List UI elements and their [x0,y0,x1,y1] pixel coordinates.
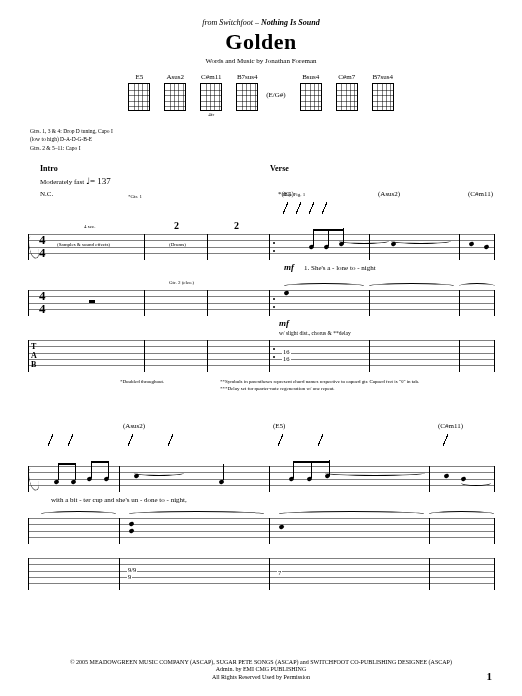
tab-staff: 9/9 9 7 [28,558,494,590]
barline [494,234,495,260]
beam [313,229,344,231]
tab-label-icon: TAB [31,342,36,369]
copyright-line-1: © 2005 MEADOWGREEN MUSIC COMPANY (ASCAP)… [0,659,522,667]
note [288,476,294,481]
chord-e5: E5 [128,73,150,117]
tuning-line-2: (low to high) D-A-D-G-B-E [30,135,522,143]
barline [119,558,120,590]
sheet-header: from Switchfoot – Nothing Is Sound Golde… [0,0,522,65]
footnotes: *Doubled throughout. **Symbols in parent… [120,378,522,392]
footnote-c: ***Delay set for quarter-note regenerati… [220,385,522,392]
footnote-b: **Symbols in parentheses represent chord… [220,378,522,385]
barline [494,558,495,590]
cue-drums: (Drums) [169,242,186,247]
tie [279,511,424,517]
rhythm-slash [168,434,173,446]
stem [58,464,59,480]
note [70,479,76,484]
note [323,244,329,249]
barline [269,466,270,492]
barline [207,290,208,316]
section-labels: Intro Verse [40,164,522,173]
fretboard-icon [372,83,394,111]
rhythm-slash [48,434,53,446]
chord-cm11-marker: (C#m11) [468,190,493,198]
tie [129,511,264,517]
dynamic-mf: mf [279,318,289,328]
songwriter-credit: Words and Music by Jonathan Foreman [0,57,522,65]
note [278,524,284,529]
fretboard-icon [336,83,358,111]
vocal-staff: with a bit - ter cup and she's un - done… [28,466,494,492]
copyright-line-2: Admin. by EMI CMG PUBLISHING [0,666,522,674]
rhythm-slash [443,434,448,446]
tuning-line-1: Gtrs. 1, 3 & 4: Drop D tuning, Capo I [30,127,522,135]
multirest-2: 2 [234,220,239,231]
chord-asus2: Asus2 [164,73,186,117]
tab-staff: TAB 16 16 [28,340,494,372]
chord-cm7: C#m7 [336,73,358,117]
beam [91,461,109,463]
tuning-info: Gtrs. 1, 3 & 4: Drop D tuning, Capo I (l… [30,127,522,152]
fretboard-icon [128,83,150,111]
barline [494,518,495,544]
tuning-line-3: Gtrs. 2 & 5–11: Capo I [30,144,522,152]
repeat-start-icon [269,234,273,260]
barline [207,340,208,372]
note [443,473,449,478]
guitar-staff: 44 Gtr. 2 (elec.) mf w/ slight dist., ch… [28,290,494,316]
barline [459,290,460,316]
tie [134,470,184,476]
note [103,476,109,481]
page-number: 1 [487,670,493,682]
chord-b7sus4: B7sus4 [236,73,258,117]
cue-4sec: 4 sec. [84,224,95,229]
tie [369,283,454,289]
beam [293,461,330,463]
tie [284,283,364,289]
tab-number: 16 [282,349,291,355]
chord-e5-marker: (E5) [273,422,285,430]
barline [144,234,145,260]
tie [429,511,494,517]
chord-cm11-marker: (C#m11) [438,422,463,430]
barline [429,558,430,590]
barline [369,340,370,372]
barline [459,234,460,260]
note [128,528,134,533]
tie [459,283,495,289]
barline [144,340,145,372]
rhythm-slash [68,434,73,446]
barline [494,466,495,492]
stem [328,230,329,246]
copyright-line-3: All Rights Reserved Used by Permission [0,674,522,682]
barline [459,340,460,372]
tab-number: 9 [127,574,132,580]
chord-cm11: C#m11 4fr [200,73,222,117]
fretboard-icon [236,83,258,111]
note [86,476,92,481]
tab-number: 7 [277,570,282,576]
note [53,479,59,484]
barline [119,466,120,492]
section-intro: Intro [40,164,270,173]
system-1: N.C. *(E5) (Asus2) (C#m11) *Gtr. 1 Rhy. … [28,190,494,372]
fretboard-icon [164,83,186,111]
guitar-staff [28,518,494,544]
source-line: from Switchfoot – Nothing Is Sound [0,18,522,27]
note [483,244,489,249]
song-title: Golden [0,29,522,55]
beam [58,463,76,465]
repeat-start-icon [269,340,273,372]
lyrics-line-1: 1. She's a - lone to - night [304,264,376,272]
chord-diagram-row: E5 Asus2 C#m11 4fr B7sus4 (E/G#) Bsus4 C… [0,73,522,117]
barline [144,290,145,316]
chord-side-label: (E/G#) [266,91,285,99]
rhythm-slash [309,202,314,214]
tab-number: 16 [282,356,291,362]
note [468,241,474,246]
tab-number: 9/9 [127,567,137,573]
barline [119,518,120,544]
tie [41,511,116,517]
stem [108,462,109,478]
